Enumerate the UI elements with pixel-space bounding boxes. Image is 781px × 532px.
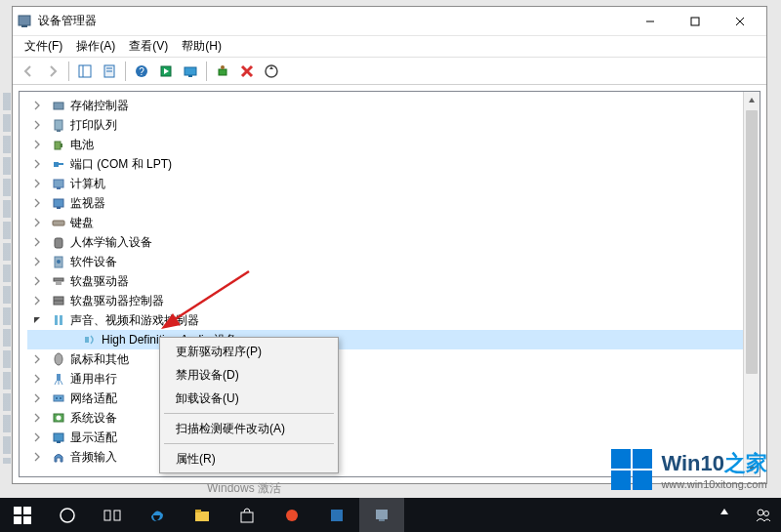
app-icon-1[interactable] <box>269 498 314 532</box>
tree-node[interactable]: 软盘驱动器 <box>27 271 760 291</box>
close-button[interactable] <box>718 8 762 35</box>
ctx-uninstall-device[interactable]: 卸载设备(U) <box>162 387 336 410</box>
expand-icon[interactable] <box>31 178 43 189</box>
action-button[interactable] <box>154 60 178 83</box>
svg-point-67 <box>286 510 298 521</box>
expand-icon[interactable] <box>31 451 43 463</box>
expand-icon[interactable] <box>31 139 43 150</box>
expand-icon[interactable] <box>31 256 43 267</box>
vertical-scrollbar[interactable] <box>743 92 760 476</box>
menu-view[interactable]: 查看(V) <box>123 36 174 57</box>
device-category-icon <box>51 176 66 191</box>
minimize-button[interactable] <box>628 8 673 35</box>
tree-node[interactable]: 键盘 <box>27 213 760 232</box>
scroll-up-button[interactable] <box>744 92 760 108</box>
svg-rect-34 <box>55 238 62 248</box>
tree-node[interactable]: 软件设备 <box>27 252 760 271</box>
back-button[interactable] <box>17 60 40 83</box>
tree-node-label: 网络适配 <box>70 390 117 407</box>
expand-icon[interactable] <box>31 119 43 131</box>
app-icon-2[interactable] <box>314 498 359 532</box>
ctx-update-driver[interactable]: 更新驱动程序(P) <box>162 340 336 363</box>
expand-icon[interactable] <box>31 197 43 209</box>
cortana-button[interactable] <box>45 498 90 532</box>
tree-node[interactable]: 声音、视频和游戏控制器 <box>27 310 760 330</box>
tree-node-label: 音频输入 <box>70 449 117 466</box>
expand-icon[interactable] <box>31 431 43 443</box>
task-view-button[interactable] <box>90 498 135 532</box>
menu-help[interactable]: 帮助(H) <box>176 36 227 57</box>
ctx-scan-hardware[interactable]: 扫描检测硬件改动(A) <box>162 417 336 440</box>
context-menu: 更新驱动程序(P) 禁用设备(D) 卸载设备(U) 扫描检测硬件改动(A) 属性… <box>159 337 339 473</box>
tree-node-label: 软件设备 <box>70 254 117 270</box>
tree-node[interactable]: 打印队列 <box>27 115 760 135</box>
svg-rect-63 <box>114 511 120 520</box>
menu-action[interactable]: 操作(A) <box>70 36 121 57</box>
svg-rect-62 <box>104 511 110 520</box>
svg-rect-46 <box>54 395 63 401</box>
svg-rect-28 <box>54 162 59 167</box>
expand-icon[interactable] <box>31 100 43 111</box>
device-tree[interactable]: 存储控制器打印队列电池端口 (COM 和 LPT)计算机监视器键盘人体学输入设备… <box>20 92 760 476</box>
ctx-separator <box>164 443 334 444</box>
tree-node-label: 存储控制器 <box>70 98 129 114</box>
expand-icon[interactable] <box>31 412 43 424</box>
tree-node-label: 电池 <box>70 137 94 153</box>
expand-icon[interactable] <box>31 275 43 287</box>
tree-node[interactable]: 显示适配 <box>27 428 760 447</box>
expand-icon[interactable] <box>31 392 43 404</box>
maximize-button[interactable] <box>673 8 718 35</box>
svg-rect-51 <box>54 433 63 441</box>
tree-node[interactable]: 鼠标和其他 <box>27 349 760 369</box>
ctx-disable-device[interactable]: 禁用设备(D) <box>162 363 336 387</box>
forward-button[interactable] <box>41 60 64 83</box>
people-icon[interactable] <box>746 498 781 532</box>
scan-button[interactable] <box>260 60 283 83</box>
edge-icon[interactable] <box>135 498 180 532</box>
svg-rect-15 <box>185 67 196 75</box>
svg-rect-70 <box>379 519 385 521</box>
uninstall-button[interactable] <box>235 60 259 83</box>
tree-node[interactable]: 监视器 <box>27 193 760 213</box>
store-icon[interactable] <box>225 498 269 532</box>
ctx-properties[interactable]: 属性(R) <box>162 447 336 471</box>
properties-button[interactable] <box>98 60 121 83</box>
expand-icon[interactable] <box>31 353 43 365</box>
svg-point-36 <box>57 260 61 264</box>
expand-icon[interactable] <box>31 236 43 248</box>
tree-node[interactable]: 存储控制器 <box>27 96 760 115</box>
enable-button[interactable] <box>211 60 234 83</box>
tray-up-icon[interactable] <box>711 498 746 532</box>
tree-node[interactable]: 通用串行 <box>27 369 760 389</box>
tree-node[interactable]: 端口 (COM 和 LPT) <box>27 154 760 174</box>
scroll-track[interactable] <box>744 108 760 460</box>
svg-rect-29 <box>54 180 63 187</box>
expand-icon[interactable] <box>31 217 43 228</box>
start-button[interactable] <box>0 498 45 532</box>
tree-node[interactable]: 人体学输入设备 <box>27 232 760 252</box>
separator <box>125 61 126 81</box>
file-explorer-icon[interactable] <box>180 498 225 532</box>
tree-node[interactable]: 网络适配 <box>27 389 760 408</box>
expand-icon[interactable] <box>31 373 43 385</box>
expand-icon[interactable] <box>31 295 43 307</box>
menu-file[interactable]: 文件(F) <box>19 36 68 57</box>
svg-rect-31 <box>54 199 63 207</box>
tree-node[interactable]: 系统设备 <box>27 408 760 428</box>
tree-node[interactable]: 计算机 <box>27 174 760 193</box>
help-button[interactable]: ? <box>130 60 153 83</box>
expand-icon[interactable] <box>31 314 43 326</box>
expand-icon[interactable] <box>31 158 43 170</box>
device-manager-taskbar[interactable] <box>359 498 404 532</box>
svg-text:?: ? <box>139 66 144 77</box>
svg-rect-58 <box>23 507 31 514</box>
tree-node-child[interactable]: High Definition Audio 设备 <box>27 330 760 349</box>
device-category-icon <box>51 137 66 152</box>
device-category-icon <box>51 430 66 445</box>
show-hide-tree-button[interactable] <box>73 60 97 83</box>
update-button[interactable] <box>179 60 202 83</box>
tree-node[interactable]: 电池 <box>27 135 760 154</box>
scroll-thumb[interactable] <box>746 110 758 374</box>
tree-node[interactable]: 软盘驱动器控制器 <box>27 291 760 310</box>
svg-point-50 <box>57 416 62 421</box>
